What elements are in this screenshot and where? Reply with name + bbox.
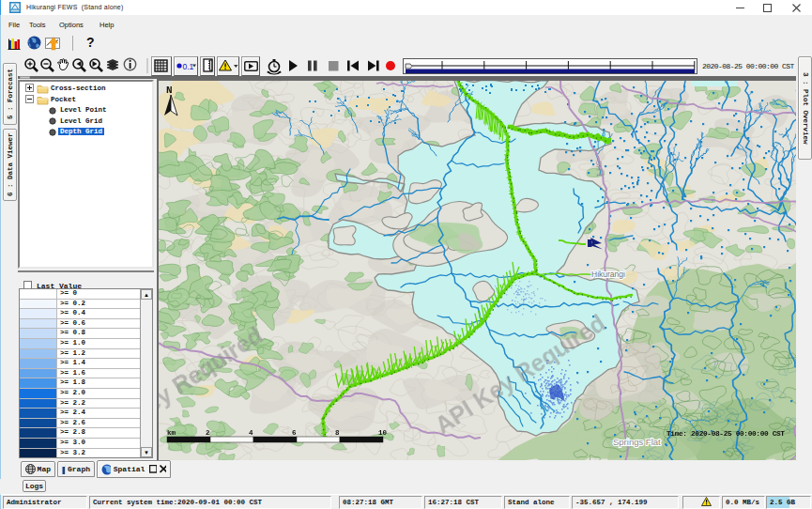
svg-text:4: 4 (249, 429, 253, 437)
svg-text:km: km (167, 429, 176, 437)
svg-text:Time: 2020-08-25 00:00:00 CST: Time: 2020-08-25 00:00:00 CST (666, 430, 785, 438)
svg-text:6: 6 (292, 429, 297, 437)
svg-text:Springs Flat: Springs Flat (613, 437, 661, 447)
svg-text:N: N (166, 85, 173, 96)
svg-text:10: 10 (378, 429, 388, 437)
svg-text:Hikurangi: Hikurangi (591, 270, 625, 279)
svg-text:8: 8 (335, 429, 340, 437)
svg-text:0.1: 0.1 (183, 62, 194, 71)
svg-text:SH 1: SH 1 (594, 161, 604, 178)
svg-text:2: 2 (206, 429, 210, 437)
